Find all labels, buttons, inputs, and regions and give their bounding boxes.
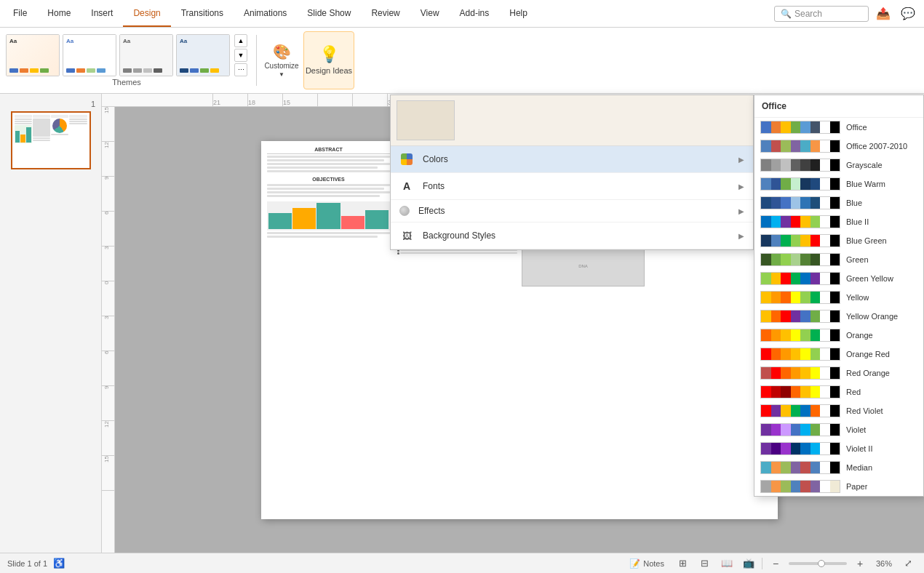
color-option-yellow-orange[interactable]: Yellow Orange: [754, 307, 923, 326]
presenter-view-icon[interactable]: 📺: [740, 555, 757, 572]
color-option-office[interactable]: Office: [754, 118, 923, 137]
effects-label: Effects: [418, 206, 445, 216]
submenu-title: Office: [754, 107, 923, 118]
reading-view-icon[interactable]: 📖: [718, 555, 736, 572]
design-ideas-icon: 💡: [319, 45, 339, 64]
zoom-out-icon[interactable]: −: [767, 555, 784, 572]
status-bar: Slide 1 of 1 ♿ 📝 Notes ⊞ ⊟ 📖 📺 − + 36% ⤢: [0, 553, 924, 573]
zoom-slider[interactable]: [789, 562, 847, 565]
fonts-arrow: ▶: [738, 183, 744, 191]
color-option-office2007[interactable]: Office 2007-2010: [754, 137, 923, 156]
search-box[interactable]: 🔍 Search: [774, 6, 869, 22]
tab-animations[interactable]: Animations: [234, 0, 297, 27]
color-option-red-orange[interactable]: Red Orange: [754, 364, 923, 382]
workspace: 1: [0, 94, 924, 553]
tab-review[interactable]: Review: [361, 0, 410, 27]
tab-design[interactable]: Design: [123, 0, 170, 27]
themes-label: Themes: [112, 78, 141, 87]
tab-view[interactable]: View: [410, 0, 450, 27]
color-option-orange-red[interactable]: Orange Red: [754, 345, 923, 364]
color-name-blue-green: Blue Green: [846, 236, 887, 245]
color-name-orange: Orange: [846, 331, 873, 340]
color-option-orange[interactable]: Orange: [754, 326, 923, 345]
color-name-violet: Violet: [846, 425, 866, 434]
colors-icon: [399, 152, 414, 167]
zoom-divider: [762, 558, 762, 569]
tab-home[interactable]: Home: [37, 0, 81, 27]
color-option-red[interactable]: Red: [754, 382, 923, 401]
color-option-blue-warm[interactable]: Blue Warm: [754, 175, 923, 193]
fit-slide-icon[interactable]: ⤢: [899, 555, 917, 572]
tab-help[interactable]: Help: [499, 0, 538, 27]
rv-15: 15: [102, 107, 114, 142]
fonts-menu-item[interactable]: A Fonts ▶: [391, 173, 753, 200]
color-name-blue: Blue: [846, 199, 862, 207]
color-option-blue-green[interactable]: Blue Green: [754, 231, 923, 250]
ruler-mark-9: [352, 94, 387, 107]
slide-canvas[interactable]: ABSTRACT OBJECTIVES: [115, 107, 924, 553]
grid-view-icon[interactable]: ⊟: [696, 555, 714, 572]
color-name-office: Office: [846, 123, 867, 132]
theme-thumb-2[interactable]: Aa: [63, 34, 116, 76]
color-option-grayscale[interactable]: Grayscale: [754, 156, 923, 175]
color-option-violet[interactable]: Violet: [754, 420, 923, 439]
color-option-blue-ii[interactable]: Blue II: [754, 212, 923, 231]
color-option-green-yellow[interactable]: Green Yellow: [754, 269, 923, 288]
rv-0: 0: [102, 281, 114, 316]
design-ideas-label: Design Ideas: [306, 66, 352, 76]
effects-arrow: ▶: [738, 207, 744, 215]
theme-scroll-arrows: ▲ ▼ ⋯: [234, 34, 247, 76]
color-option-red-violet[interactable]: Red Violet: [754, 401, 923, 420]
color-option-violet-ii[interactable]: Violet II: [754, 439, 923, 458]
tab-addins[interactable]: Add-ins: [450, 0, 500, 27]
comments-icon[interactable]: 💬: [898, 4, 918, 24]
color-option-green[interactable]: Green: [754, 250, 923, 269]
scroll-up-arrow[interactable]: ▲: [234, 34, 247, 47]
slide-thumbnail[interactable]: [11, 111, 91, 169]
color-option-blue[interactable]: Blue: [754, 193, 923, 212]
notes-button[interactable]: 📝 Notes: [624, 557, 670, 570]
scroll-more-arrow[interactable]: ⋯: [234, 63, 247, 76]
color-name-violet-ii: Violet II: [846, 444, 873, 453]
search-label: Search: [794, 9, 822, 19]
scroll-down-arrow[interactable]: ▼: [234, 49, 247, 62]
color-swatch-median: [760, 461, 840, 474]
zoom-level-text[interactable]: 36%: [873, 558, 895, 569]
customize-dropdown-arrow: ▼: [279, 71, 284, 78]
tab-insert[interactable]: Insert: [81, 0, 123, 27]
color-swatch-office2007: [760, 140, 840, 153]
color-option-yellow[interactable]: Yellow: [754, 288, 923, 307]
color-option-paper[interactable]: Paper: [754, 477, 923, 496]
customize-icon: 🎨: [273, 43, 291, 60]
slide-view-icon[interactable]: ⊞: [674, 555, 692, 572]
slide-number: 1: [6, 100, 95, 108]
notes-label: Notes: [643, 559, 664, 568]
customize-label: Customize: [264, 62, 298, 70]
colors-menu-item[interactable]: Colors ▶: [391, 146, 753, 173]
color-name-median: Median: [846, 463, 872, 472]
background-styles-menu-item[interactable]: 🖼 Background Styles ▶: [391, 223, 753, 249]
themes-section: Aa Aa: [6, 34, 247, 87]
colors-submenu: Office OfficeOffice 2007-2010GrayscaleBl…: [754, 107, 924, 497]
slide-panel: 1: [0, 94, 102, 553]
tab-slideshow[interactable]: Slide Show: [297, 0, 361, 27]
customize-button[interactable]: 🎨 Customize ▼: [266, 35, 298, 86]
color-swatch-blue-warm: [760, 177, 840, 191]
rv-3: 3: [102, 247, 114, 281]
zoom-in-icon[interactable]: +: [851, 555, 869, 572]
theme-thumb-1[interactable]: Aa: [6, 34, 60, 76]
theme-thumb-4[interactable]: Aa: [176, 34, 230, 76]
color-name-office2007: Office 2007-2010: [846, 142, 907, 151]
tab-file[interactable]: File: [3, 0, 37, 27]
colors-label: Colors: [423, 154, 448, 164]
effects-menu-item[interactable]: Effects ▶: [391, 200, 753, 223]
rv-6: 6: [102, 212, 114, 247]
background-icon: 🖼: [399, 228, 414, 243]
color-name-green-yellow: Green Yellow: [846, 274, 893, 283]
theme-thumb-3[interactable]: Aa: [119, 34, 173, 76]
tab-transitions[interactable]: Transitions: [171, 0, 234, 27]
share-icon[interactable]: 📤: [873, 4, 893, 24]
color-name-red-orange: Red Orange: [846, 369, 890, 377]
design-ideas-button[interactable]: 💡 Design Ideas: [303, 31, 354, 89]
color-option-median[interactable]: Median: [754, 458, 923, 477]
